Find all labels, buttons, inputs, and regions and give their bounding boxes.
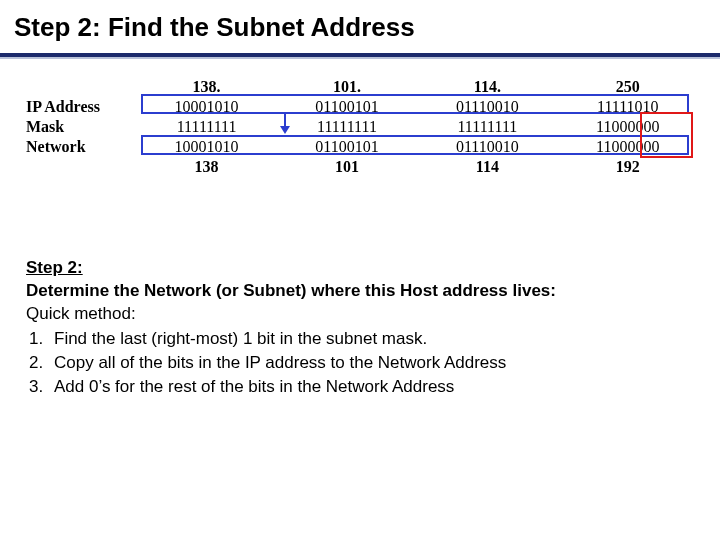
bits-cell: 11111010 [558, 97, 698, 117]
dec-cell: 114. [417, 77, 557, 97]
bits-cell: 01110010 [417, 97, 557, 117]
dec-cell: 250 [558, 77, 698, 97]
dec-cell: 101 [277, 157, 417, 177]
bits-cell: 10001010 [136, 137, 276, 157]
dec-cell: 192 [558, 157, 698, 177]
table-row: Mask 11111111 11111111 11111111 11000000 [22, 117, 698, 137]
bits-cell: 01100101 [277, 97, 417, 117]
row-label: Mask [22, 117, 136, 137]
bits-cell: 11000000 [558, 137, 698, 157]
list-item: Find the last (right-most) 1 bit in the … [48, 328, 694, 351]
bits-cell: 10001010 [136, 97, 276, 117]
dec-cell: 101. [277, 77, 417, 97]
bits-cell: 01100101 [277, 137, 417, 157]
bits-cell: 11111111 [417, 117, 557, 137]
steps-list: Find the last (right-most) 1 bit in the … [26, 328, 694, 399]
row-label: Network [22, 137, 136, 157]
table-row: 138 101 114 192 [22, 157, 698, 177]
bits-table: 138. 101. 114. 250 IP Address 10001010 0… [22, 77, 698, 177]
list-item: Copy all of the bits in the IP address t… [48, 352, 694, 375]
explain-subheading: Determine the Network (or Subnet) where … [26, 280, 694, 303]
list-item: Add 0’s for the rest of the bits in the … [48, 376, 694, 399]
dec-cell: 138. [136, 77, 276, 97]
row-label: IP Address [22, 97, 136, 117]
divider-light [0, 57, 720, 59]
dec-cell: 114 [417, 157, 557, 177]
page-title: Step 2: Find the Subnet Address [0, 0, 720, 49]
bits-cell: 11111111 [277, 117, 417, 137]
explanation-block: Step 2: Determine the Network (or Subnet… [26, 257, 694, 399]
table-row: Network 10001010 01100101 01110010 11000… [22, 137, 698, 157]
subnet-diagram: 138. 101. 114. 250 IP Address 10001010 0… [22, 77, 698, 177]
table-row: 138. 101. 114. 250 [22, 77, 698, 97]
bits-cell: 11000000 [558, 117, 698, 137]
bits-cell: 01110010 [417, 137, 557, 157]
table-row: IP Address 10001010 01100101 01110010 11… [22, 97, 698, 117]
bits-cell: 11111111 [136, 117, 276, 137]
quick-method-label: Quick method: [26, 303, 694, 326]
explain-heading: Step 2: [26, 257, 694, 280]
dec-cell: 138 [136, 157, 276, 177]
